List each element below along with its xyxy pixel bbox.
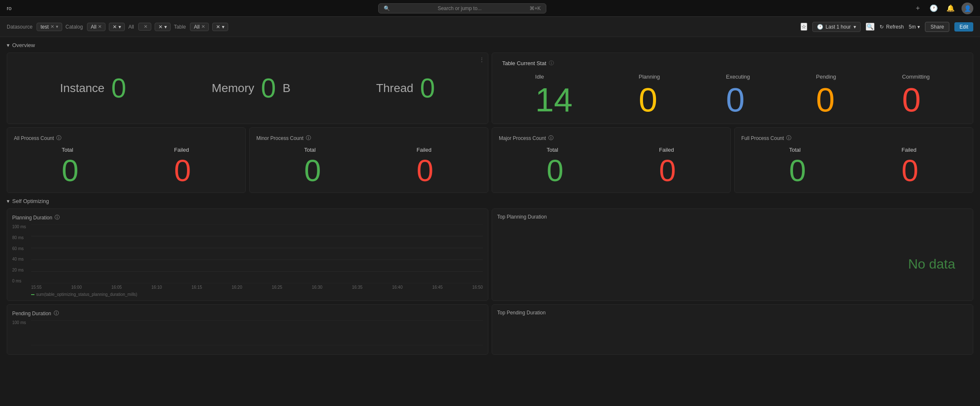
- database-dropdown-icon: ✕: [158, 24, 163, 30]
- thread-value: 0: [420, 75, 435, 102]
- committing-label: Committing: [902, 74, 930, 80]
- minor-process-info-icon: ⓘ: [306, 134, 311, 142]
- catalog-filter[interactable]: All ✕: [87, 23, 105, 31]
- x-label-1640: 16:40: [392, 285, 403, 290]
- star-icon[interactable]: ☆: [801, 23, 807, 31]
- full-process-card: Full Process Count ⓘ Total 0 Failed 0: [734, 127, 973, 193]
- no-data-text: No data: [497, 223, 968, 305]
- table-stat-header: Table Current Stat ⓘ: [502, 60, 963, 67]
- thread-metric: Thread 0: [376, 75, 435, 102]
- datasource-dropdown-icon[interactable]: ▾: [56, 24, 58, 29]
- pending-plot: [31, 320, 483, 345]
- memory-unit: B: [283, 82, 291, 95]
- database-dropdown-btn[interactable]: ✕ ▾: [155, 23, 171, 31]
- table-stat-values: Idle 14 Planning 0 Executing 0 Pending 0…: [502, 74, 963, 117]
- table-dropdown-icon: ✕: [216, 24, 220, 30]
- search-bar[interactable]: 🔍 Search or jump to... ⌘+K: [378, 3, 546, 13]
- edit-button[interactable]: Edit: [954, 22, 973, 32]
- y-label-60: 60 ms: [12, 246, 31, 251]
- time-range-selector[interactable]: 🕐 Last 1 hour ▾: [812, 22, 861, 32]
- minor-total-label: Total: [304, 147, 316, 153]
- table-close-icon[interactable]: ✕: [201, 24, 205, 29]
- catalog-dropdown-btn[interactable]: ✕ ▾: [109, 23, 125, 31]
- datasource-label: Datasource: [7, 24, 32, 30]
- pending-stat: Pending 0: [816, 74, 836, 117]
- top-pending-duration-card: Top Pending Duration: [492, 304, 973, 355]
- overview-grid: ⋮ Instance 0 Memory 0 B Thread 0 Table C…: [7, 53, 973, 124]
- database-filter[interactable]: ✕: [138, 23, 151, 31]
- all-failed-col: Failed 0: [174, 147, 191, 186]
- top-pending-duration-header: Top Pending Duration: [497, 310, 968, 316]
- minor-failed-label: Failed: [416, 147, 431, 153]
- all-failed-label: Failed: [174, 147, 189, 153]
- table-filter[interactable]: All ✕: [190, 23, 208, 31]
- x-label-1625: 16:25: [272, 285, 282, 290]
- pending-duration-card: Pending Duration ⓘ 100 ms: [7, 304, 488, 355]
- thread-label: Thread: [376, 82, 414, 95]
- self-optimizing-label: Self Optimizing: [12, 198, 49, 204]
- bell-icon[interactable]: 🔔: [945, 3, 956, 14]
- top-planning-duration-title: Top Planning Duration: [497, 214, 547, 220]
- full-failed-label: Failed: [901, 147, 916, 153]
- datasource-value: test: [40, 24, 48, 30]
- idle-value: 14: [535, 83, 573, 117]
- planning-value: 0: [639, 83, 658, 117]
- avatar[interactable]: 👤: [962, 3, 973, 14]
- datasource-filter[interactable]: test ✕ ▾: [37, 23, 62, 31]
- y-label-20: 20 ms: [12, 268, 31, 272]
- search-icon: 🔍: [384, 5, 390, 11]
- memory-value: 0: [261, 75, 276, 102]
- refresh-interval-dropdown-icon: ▾: [917, 24, 920, 30]
- planning-duration-title: Planning Duration: [12, 215, 52, 221]
- x-label-1610: 16:10: [151, 285, 162, 290]
- plus-icon[interactable]: ＋: [913, 2, 923, 14]
- search-placeholder: Search or jump to...: [437, 5, 482, 11]
- refresh-button[interactable]: ↻ Refresh: [880, 24, 904, 30]
- refresh-interval-value: 5m: [909, 24, 916, 30]
- toolbar-filters: Datasource test ✕ ▾ Catalog All ✕ ✕ ▾ Al…: [7, 23, 228, 31]
- pending-chart-body: 100 ms: [12, 320, 483, 345]
- minor-process-title: Minor Process Count: [256, 135, 303, 141]
- major-total-value: 0: [547, 156, 564, 186]
- x-label-1630: 16:30: [312, 285, 322, 290]
- toolbar: Datasource test ✕ ▾ Catalog All ✕ ✕ ▾ Al…: [0, 17, 980, 37]
- planning-duration-info-icon: ⓘ: [55, 214, 60, 221]
- optimizer-card-menu-icon[interactable]: ⋮: [479, 56, 485, 63]
- overview-section-header[interactable]: ▾ Overview: [7, 42, 973, 48]
- charts-grid: Planning Duration ⓘ 100 ms 80 ms 60 ms 4…: [7, 208, 973, 301]
- x-label-1650: 16:50: [472, 285, 483, 290]
- minor-failed-value: 0: [416, 156, 433, 186]
- database-dropdown-arrow: ▾: [164, 24, 167, 30]
- minor-total-col: Total 0: [304, 147, 321, 186]
- clock-icon[interactable]: 🕐: [928, 3, 940, 14]
- zoom-icon[interactable]: 🔍: [866, 23, 875, 31]
- catalog-dropdown-icon: ✕: [113, 24, 117, 30]
- planning-duration-card: Planning Duration ⓘ 100 ms 80 ms 60 ms 4…: [7, 208, 488, 301]
- topbar-actions: ＋ 🕐 🔔 👤: [913, 2, 973, 14]
- planning-duration-header: Planning Duration ⓘ: [12, 214, 483, 221]
- y-label-40: 40 ms: [12, 257, 31, 261]
- self-optimizing-section: ▾ Self Optimizing Planning Duration ⓘ 10…: [7, 198, 973, 355]
- database-close-icon[interactable]: ✕: [144, 24, 148, 29]
- pending-value: 0: [816, 83, 835, 117]
- full-process-title: Full Process Count: [741, 135, 784, 141]
- planning-label: Planning: [639, 74, 660, 80]
- catalog-close-icon[interactable]: ✕: [98, 24, 102, 29]
- refresh-interval-selector[interactable]: 5m ▾: [909, 24, 920, 30]
- share-button[interactable]: Share: [925, 22, 949, 32]
- time-range-label: Last 1 hour: [826, 24, 851, 30]
- committing-stat: Committing 0: [902, 74, 930, 117]
- self-optimizing-header[interactable]: ▾ Self Optimizing: [7, 198, 973, 204]
- catalog-label: Catalog: [66, 24, 83, 30]
- table-dropdown-btn[interactable]: ✕ ▾: [212, 23, 228, 31]
- executing-value: 0: [726, 83, 745, 117]
- chart-svg: [31, 224, 483, 283]
- datasource-close-icon[interactable]: ✕: [50, 24, 54, 29]
- table-label: Table: [174, 24, 186, 30]
- major-failed-value: 0: [659, 156, 676, 186]
- major-failed-col: Failed 0: [659, 147, 676, 186]
- legend-text: sum(table_optimizing_status_planning_dur…: [36, 292, 137, 297]
- major-process-info-icon: ⓘ: [548, 134, 553, 142]
- table-stat-card: Table Current Stat ⓘ Idle 14 Planning 0 …: [492, 53, 973, 124]
- x-label-1600: 16:00: [71, 285, 82, 290]
